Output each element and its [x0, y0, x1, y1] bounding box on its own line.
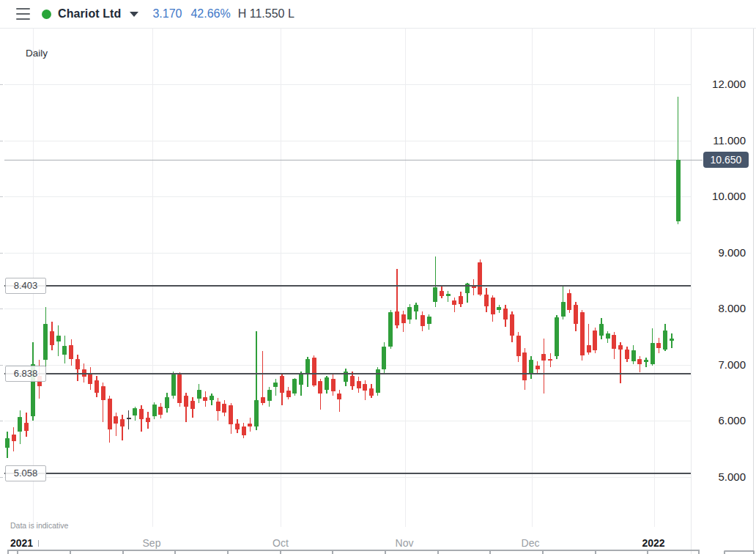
candle-body [12, 435, 16, 441]
y-axis-label: 6.000 [689, 414, 746, 426]
candle-body [254, 400, 259, 426]
candle-body [388, 312, 393, 347]
candle-body [574, 305, 578, 323]
candle-body [24, 423, 29, 431]
candle-body [88, 374, 92, 385]
candle-wick [544, 339, 544, 393]
candle-body [618, 345, 623, 349]
candle-body [94, 380, 99, 393]
candle-body [529, 360, 533, 373]
candle-body [177, 374, 182, 403]
candle-body [43, 324, 48, 361]
hamburger-menu-icon[interactable] [16, 8, 30, 20]
timeline-strip-divider [332, 550, 333, 554]
timeline-strip-divider [7, 550, 9, 554]
candle-wick [448, 291, 448, 302]
candle-body [420, 315, 425, 326]
candle-body [382, 347, 386, 369]
x-axis-label: Dec [505, 537, 556, 549]
candle-body [5, 438, 10, 448]
candle-body [190, 401, 195, 409]
candle-wick [365, 380, 366, 401]
price-gridline [4, 196, 691, 197]
y-axis-label: 12.000 [689, 78, 746, 90]
market-open-status-icon [42, 10, 51, 19]
candle-body [567, 293, 571, 310]
x-axis-label: 2022 [628, 537, 679, 549]
current-price-line [4, 160, 703, 160]
x-axis-label: Oct [255, 537, 306, 549]
candle-body [414, 305, 418, 311]
candle-body [656, 343, 661, 348]
candle-body [56, 336, 61, 341]
candle-body [541, 354, 546, 361]
candle-body [184, 396, 188, 407]
instrument-name[interactable]: Chariot Ltd [58, 7, 121, 21]
x-axis-label: 2021 [10, 537, 33, 549]
timeline-strip-box [724, 550, 755, 554]
timeframe-label: Daily [26, 48, 48, 59]
candle-body [350, 376, 355, 386]
candle-body [593, 330, 597, 351]
candle-body [312, 358, 316, 385]
price-gridline [4, 477, 691, 478]
timeline-strip-divider [122, 550, 124, 554]
candle-body [459, 296, 463, 304]
candle-body [395, 311, 399, 325]
candle-body [427, 317, 431, 324]
candle-body [248, 424, 252, 426]
price-gridline [4, 84, 691, 85]
y-axis-tick [0, 196, 3, 197]
price-gridline [4, 141, 691, 141]
timeline-strip-divider [227, 550, 229, 554]
timeline-strip-divider [647, 550, 648, 554]
candle-body [536, 366, 540, 369]
candle-body [101, 386, 105, 400]
candle-body [267, 390, 272, 401]
x-axis-tick [38, 540, 39, 547]
y-axis-label: 8.000 [689, 302, 746, 314]
candle-body [555, 317, 559, 356]
price-level-line [4, 285, 691, 287]
candle-body [522, 352, 527, 380]
candle-body [625, 350, 629, 359]
y-axis-tick [0, 253, 3, 254]
price-change-percent: 42.66% [190, 7, 230, 21]
top-bar: Chariot Ltd 3.170 42.66% H 11.550 L [0, 0, 756, 29]
candle-body [510, 314, 514, 336]
y-axis-label: 5.000 [689, 470, 746, 483]
timeline-strip-divider [542, 550, 544, 554]
candle-body [452, 300, 456, 306]
month-gridline [152, 29, 153, 527]
candle-body [69, 345, 73, 358]
candle-body [210, 396, 214, 400]
candle-body [369, 388, 374, 396]
y-axis-label: 7.000 [689, 358, 746, 371]
candle-body [612, 335, 616, 349]
timeline-strip-divider [70, 550, 71, 554]
timeline-strip-divider [437, 550, 439, 554]
candle-body [158, 407, 163, 415]
chart-plot[interactable]: Daily Data is indicative 12.00011.00010.… [0, 29, 756, 554]
right-edge-border [753, 29, 754, 554]
candle-body [292, 379, 297, 393]
candle-body [242, 426, 246, 435]
candle-body [637, 359, 642, 365]
candle-body [401, 314, 406, 323]
candle-body [663, 330, 667, 350]
candle-body [197, 390, 201, 399]
candle-body [229, 405, 233, 425]
candle-body [18, 417, 22, 432]
candle-body [440, 291, 444, 296]
candle-body [133, 408, 137, 416]
candle-body [120, 419, 125, 426]
candle-body [561, 302, 566, 317]
chevron-down-icon[interactable] [130, 12, 138, 17]
candle-body [644, 360, 648, 362]
candle-body [491, 298, 495, 314]
candle-body [216, 402, 220, 411]
price-level-line [4, 473, 691, 474]
timeline-strip-divider [385, 550, 386, 554]
candle-body [165, 397, 169, 408]
candle-body [651, 343, 655, 364]
